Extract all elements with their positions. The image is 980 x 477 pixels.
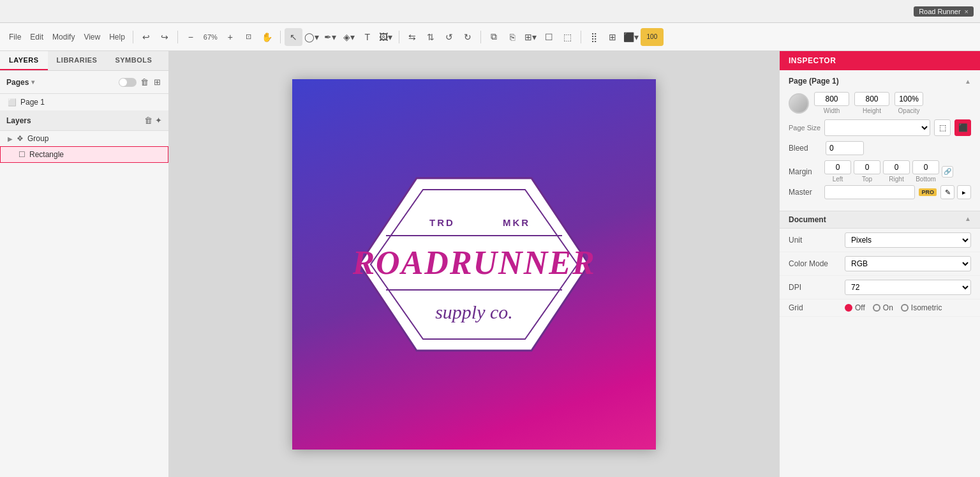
group-button[interactable]: ☐ bbox=[540, 28, 558, 46]
master-input[interactable] bbox=[824, 185, 915, 199]
zoom-in-button[interactable]: + bbox=[221, 28, 239, 46]
page-1-item[interactable]: ⬜ Page 1 bbox=[0, 94, 168, 110]
boolean-group-button[interactable]: ⊞▾ bbox=[522, 28, 540, 46]
image-tool-button[interactable]: 🖼▾ bbox=[377, 28, 395, 46]
pen-tool-button[interactable]: ✒▾ bbox=[322, 28, 339, 46]
page-properties-row: Width Height Opacity bbox=[789, 92, 971, 114]
align-button[interactable]: ⊞ bbox=[604, 28, 621, 46]
modify-menu-btn[interactable]: Modify bbox=[48, 28, 78, 46]
margin-left-input[interactable] bbox=[824, 160, 851, 174]
margin-link-button[interactable]: 🔗 bbox=[942, 166, 953, 178]
svg-text:supply co.: supply co. bbox=[435, 301, 513, 322]
bleed-input[interactable] bbox=[826, 141, 864, 155]
mask-button[interactable]: ⬚ bbox=[559, 28, 577, 46]
unit-select[interactable]: Pixels Points Centimeters Inches bbox=[845, 232, 971, 248]
margin-bottom-input[interactable] bbox=[912, 160, 939, 174]
close-app-button[interactable]: × bbox=[965, 8, 969, 15]
margin-top-input[interactable] bbox=[854, 160, 880, 174]
rotate-ccw-button[interactable]: ↺ bbox=[440, 28, 458, 46]
page-size-icon1[interactable]: ⬚ bbox=[934, 119, 951, 136]
file-menu-btn[interactable]: File bbox=[5, 28, 25, 46]
document-title: Document bbox=[789, 215, 826, 224]
page-size-row: Page Size A4 Letter ⬚ ⬛ bbox=[789, 119, 971, 136]
master-edit-button[interactable]: ✎ bbox=[940, 185, 954, 199]
copy-style-button[interactable]: ⎘ bbox=[503, 28, 521, 46]
badge-svg: TRD MKR ROADRUNNER supply co. bbox=[353, 172, 595, 357]
dpi-label: DPI bbox=[789, 283, 840, 292]
margin-label: Margin bbox=[789, 167, 820, 176]
margin-right-label: Right bbox=[889, 176, 903, 183]
separator-5 bbox=[480, 31, 481, 43]
layer-options-button[interactable]: ✦ bbox=[155, 116, 162, 125]
toolbar: File Edit Modify View Help ↩ ↪ − 67% + ⊡… bbox=[0, 23, 980, 51]
pages-actions: 🗑 ⊞ bbox=[119, 76, 162, 88]
layout-button[interactable]: ⬛▾ bbox=[622, 28, 640, 46]
fit-screen-button[interactable]: ⊡ bbox=[240, 28, 258, 46]
panel-tabs: LAYERS LIBRARIES SYMBOLS bbox=[0, 51, 168, 71]
grid-controls: Off On Isometric bbox=[845, 303, 942, 312]
page-opacity-field: Opacity bbox=[895, 92, 923, 114]
redo-button[interactable]: ↪ bbox=[156, 28, 174, 46]
page-height-input[interactable] bbox=[854, 92, 889, 106]
combine-button[interactable]: ⧉ bbox=[485, 28, 503, 46]
shape-tool-button[interactable]: ◯▾ bbox=[303, 28, 321, 46]
delete-page-button[interactable]: 🗑 bbox=[139, 76, 150, 88]
pages-toggle[interactable] bbox=[119, 78, 137, 87]
layer-group-item[interactable]: ▶ ❖ Group bbox=[0, 131, 168, 146]
margin-top-label: Top bbox=[862, 176, 872, 183]
grid-on-label: On bbox=[883, 303, 893, 312]
canvas-area[interactable]: TRD MKR ROADRUNNER supply co. bbox=[169, 51, 779, 477]
svg-text:ROADRUNNER: ROADRUNNER bbox=[353, 245, 595, 281]
edit-menu-btn[interactable]: Edit bbox=[26, 28, 47, 46]
grid-on-radio[interactable] bbox=[873, 304, 880, 312]
fill-tool-button[interactable]: ◈▾ bbox=[340, 28, 358, 46]
layers-title: Layers bbox=[6, 116, 31, 125]
separator-1 bbox=[133, 31, 133, 43]
page-section-title: Page (Page 1) ▲ bbox=[789, 77, 971, 86]
margin-bottom-label: Bottom bbox=[916, 176, 936, 183]
grid-label: Grid bbox=[789, 303, 840, 312]
zoom-out-button[interactable]: − bbox=[182, 28, 200, 46]
margin-right-input[interactable] bbox=[883, 160, 910, 174]
page-size-select[interactable]: A4 Letter bbox=[824, 119, 930, 136]
document-section-title: Document ▲ bbox=[789, 215, 971, 224]
zoom-group: − 67% + ⊡ ✋ bbox=[182, 28, 276, 46]
page-color-swatch[interactable] bbox=[789, 93, 809, 114]
master-pro-badge: PRO bbox=[919, 188, 937, 196]
flip-horizontal-button[interactable]: ⇆ bbox=[403, 28, 421, 46]
undo-button[interactable]: ↩ bbox=[137, 28, 155, 46]
width-label: Width bbox=[824, 107, 840, 114]
grid-off-radio[interactable] bbox=[845, 304, 852, 312]
rectangle-layer-icon: ☐ bbox=[19, 150, 26, 159]
export-button[interactable]: 100 bbox=[641, 28, 664, 46]
delete-layer-button[interactable]: 🗑 bbox=[144, 116, 152, 125]
margin-top-field: Top bbox=[854, 160, 880, 183]
tab-symbols[interactable]: SYMBOLS bbox=[106, 51, 161, 70]
master-options-button[interactable]: ▸ bbox=[957, 185, 971, 199]
grid-isometric-radio[interactable] bbox=[901, 304, 909, 312]
page-width-input[interactable] bbox=[814, 92, 849, 106]
separator-4 bbox=[399, 31, 399, 43]
rotate-cw-button[interactable]: ↻ bbox=[459, 28, 477, 46]
dpi-select[interactable]: 72 144 300 bbox=[845, 280, 971, 295]
height-label: Height bbox=[863, 107, 881, 114]
page-opacity-input[interactable] bbox=[895, 92, 923, 106]
group-layer-label: Group bbox=[27, 134, 48, 143]
distribute-button[interactable]: ⣿ bbox=[585, 28, 603, 46]
add-page-button[interactable]: ⊞ bbox=[152, 76, 162, 88]
help-menu-btn[interactable]: Help bbox=[105, 28, 129, 46]
pages-label-group: Pages ▾ bbox=[6, 78, 34, 87]
canvas-content: TRD MKR ROADRUNNER supply co. bbox=[292, 79, 656, 450]
tab-layers[interactable]: LAYERS bbox=[0, 51, 48, 70]
flip-vertical-button[interactable]: ⇅ bbox=[422, 28, 440, 46]
colormode-select[interactable]: RGB CMYK Grayscale bbox=[845, 256, 971, 271]
hand-tool-button[interactable]: ✋ bbox=[258, 28, 276, 46]
page-size-icon2[interactable]: ⬛ bbox=[954, 119, 971, 136]
dpi-row: DPI 72 144 300 bbox=[780, 276, 980, 299]
layer-rectangle-item[interactable]: ☐ Rectangle bbox=[0, 146, 168, 163]
select-tool-button[interactable]: ↖ bbox=[285, 28, 302, 46]
tab-libraries[interactable]: LIBRARIES bbox=[48, 51, 107, 70]
app-title-tag: Road Runner × bbox=[914, 6, 974, 17]
text-tool-button[interactable]: T bbox=[359, 28, 376, 46]
view-menu-btn[interactable]: View bbox=[80, 28, 104, 46]
